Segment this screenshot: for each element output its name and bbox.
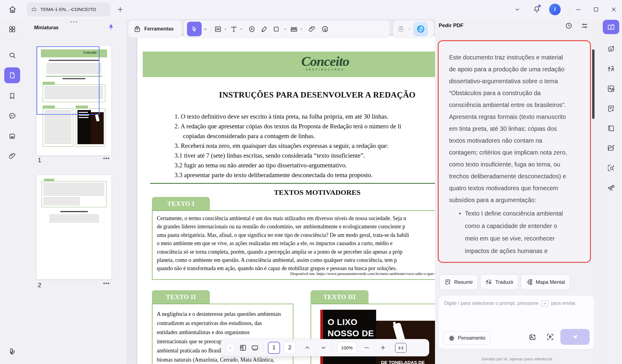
ai-folder-icon[interactable] [607, 144, 615, 152]
measure-tool-chevron[interactable] [299, 27, 304, 31]
shape-tool-chevron[interactable] [283, 27, 288, 31]
history-clock-icon[interactable] [565, 22, 573, 30]
page-number-current[interactable]: 1 [268, 342, 280, 354]
prompt-input-card: Digite / para selecionar o prompt, press… [438, 295, 594, 349]
send-icon [571, 333, 579, 341]
thumbnail-page-2-menu[interactable]: ••• [103, 280, 110, 287]
screenshot-camera-icon[interactable] [546, 333, 554, 341]
attach-tool-icon[interactable] [308, 25, 316, 33]
maximize-button[interactable] [592, 6, 600, 13]
attachments-file-icon[interactable] [8, 132, 16, 140]
enter-key-icon [541, 300, 548, 307]
titlebar-divider [570, 5, 570, 14]
bullet-dot: • [459, 207, 461, 220]
summarize-button[interactable]: Resumir [439, 274, 478, 290]
pencil-tool-icon[interactable] [260, 25, 268, 33]
highlight-tool-icon[interactable] [214, 25, 222, 33]
shape-tool-icon[interactable] [272, 25, 280, 33]
comment-tool-icon[interactable] [248, 25, 256, 33]
minimize-button[interactable] [575, 6, 582, 13]
sidebar-item-thumbnails[interactable] [4, 67, 20, 83]
send-button[interactable] [560, 329, 590, 345]
section-title: TEXTOS MOTIVADORES [137, 188, 435, 197]
ai-assistant-button[interactable] [413, 22, 428, 36]
texto1-label: TEXTO I [152, 197, 210, 210]
pdf-editor-window: TEMA-1-EN...-CONCEITO I [0, 0, 622, 364]
previous-page-chevron[interactable] [304, 344, 311, 351]
search-icon[interactable] [8, 51, 16, 59]
panel-drag-handle[interactable]: ••• [70, 19, 78, 25]
thumbnails-panel: ••• Miniaturas Conceito [24, 19, 127, 364]
ask-pdf-rail-button[interactable] [603, 20, 619, 34]
translate-button[interactable]: Traduzir [480, 274, 518, 290]
tab-title: TEMA-1-EN...-CONCEITO [40, 7, 96, 12]
capture-tool-icon[interactable] [397, 25, 405, 33]
capture-tool-chevron[interactable] [407, 27, 412, 31]
highlight-tool-chevron[interactable] [223, 27, 228, 31]
next-page-chevron[interactable] [320, 344, 327, 351]
select-tool-button[interactable] [187, 22, 202, 36]
title-bar: TEMA-1-EN...-CONCEITO I [0, 0, 622, 19]
sidebar-divider [4, 39, 20, 39]
comments-icon[interactable] [8, 111, 16, 120]
tools-menu-button[interactable]: Ferramentas [128, 20, 182, 38]
cloud-icon [31, 6, 37, 12]
left-sidebar [0, 19, 24, 364]
thumbnail-page-2-number: 2 [38, 282, 41, 289]
notifications-bell-button[interactable] [533, 5, 541, 13]
apps-grid-icon[interactable] [8, 25, 16, 34]
thumb2-proposta-title [60, 211, 88, 212]
zoom-in-button[interactable] [379, 344, 387, 351]
document-heading: INSTRUÇÕES PARA DESENVOLVER A REDAÇÃO [137, 90, 435, 100]
ai-search-icon[interactable] [607, 164, 615, 172]
prompt-input[interactable]: Digite / para selecionar o prompt, press… [444, 300, 577, 307]
pin-icon[interactable] [107, 24, 115, 31]
page-number-2[interactable]: 2 [284, 342, 296, 354]
actual-size-button[interactable]: 1:1 [395, 343, 407, 353]
avatar[interactable]: I [549, 4, 561, 15]
paperclip-icon[interactable] [8, 152, 16, 160]
new-tab-button[interactable] [117, 6, 124, 13]
translate-page-icon[interactable] [607, 84, 615, 93]
sticker-tool-icon[interactable] [321, 25, 329, 33]
select-tool-chevron[interactable] [203, 27, 208, 32]
presentation-mode-icon[interactable] [251, 344, 259, 352]
statusbar-expand-button[interactable] [225, 343, 235, 353]
thumbnail-viewport-rect[interactable] [37, 46, 99, 115]
text-tool-icon[interactable] [230, 25, 238, 33]
translate-text-icon[interactable] [607, 65, 615, 73]
mind-map-icon [526, 278, 533, 286]
quick-actions-row: Resumir Traduzir Mapa Mental [439, 274, 570, 290]
brand-banner: Conceito VESTIBULARES [143, 52, 435, 77]
thumbnail-page-1-number: 1 [38, 157, 41, 164]
text-tool-chevron[interactable] [239, 27, 244, 31]
titlebar-chevron-down-icon[interactable] [514, 6, 521, 13]
document-tab[interactable]: TEMA-1-EN...-CONCEITO [27, 2, 110, 16]
document-canvas[interactable]: Conceito VESTIBULARES INSTRUÇÕES PARA DE… [127, 19, 435, 364]
thumbnail-page-1-menu[interactable]: ••• [103, 155, 110, 162]
ai-features-rail [600, 19, 622, 364]
summarize-rail-icon[interactable] [607, 104, 615, 113]
thinking-toggle[interactable]: Pensamento [443, 331, 491, 345]
pdf-page-1[interactable]: Conceito VESTIBULARES INSTRUÇÕES PARA DE… [137, 36, 435, 364]
ebook-icon[interactable] [607, 124, 615, 133]
panel-scrollbar[interactable] [592, 49, 595, 119]
home-button[interactable] [8, 5, 17, 14]
texto3-label: TEXTO III [311, 290, 369, 304]
atom-icon [448, 335, 455, 342]
ai-chat-icon[interactable] [607, 45, 615, 53]
insert-image-icon[interactable] [528, 333, 537, 341]
measure-tool-icon[interactable] [289, 25, 298, 34]
bookmarks-icon[interactable] [8, 92, 16, 100]
telescope-icon[interactable] [607, 184, 615, 192]
reading-mode-icon[interactable] [239, 344, 247, 352]
theme-palette-icon[interactable] [8, 346, 16, 355]
annotation-toolbar [184, 20, 390, 38]
settings-sliders-icon[interactable] [581, 22, 589, 30]
zoom-level[interactable]: 100% [337, 342, 357, 354]
mind-map-button[interactable]: Mapa Mental [521, 274, 570, 290]
close-button[interactable] [610, 6, 617, 13]
toolbox-icon [133, 25, 141, 33]
thumbnail-page-2[interactable] [37, 175, 111, 279]
zoom-out-button[interactable] [363, 344, 370, 351]
